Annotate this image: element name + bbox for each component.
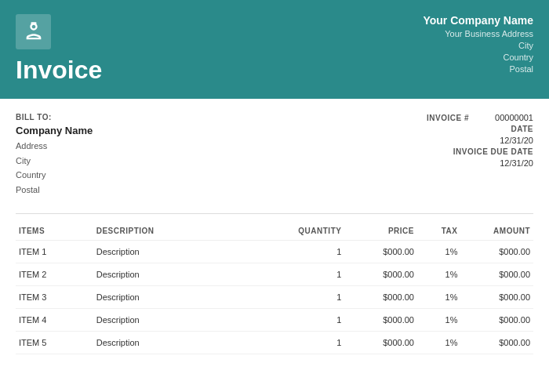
cell-amount-0: $000.00 (460, 240, 533, 263)
invoice-number-value: 00000001 (478, 113, 533, 122)
cell-amount-1: $000.00 (460, 263, 533, 285)
bill-to-label: BILL TO: (16, 113, 249, 122)
table-row: ITEM 3 Description 1 $000.00 1% $000.00 (16, 285, 533, 308)
items-table: ITEMS DESCRIPTION QUANTITY PRICE TAX AMO… (16, 222, 533, 354)
invoice-date-value: 12/31/20 (478, 136, 533, 145)
bill-section: BILL TO: Company Name Address City Count… (0, 99, 549, 205)
cell-tax-4: 1% (417, 331, 461, 354)
table-row: ITEM 4 Description 1 $000.00 1% $000.00 (16, 308, 533, 331)
invoice-date-label: DATE (511, 125, 533, 133)
cell-tax-1: 1% (417, 263, 461, 285)
invoice-due-date-label: INVOICE DUE DATE (453, 147, 533, 156)
col-header-price: PRICE (344, 222, 417, 241)
company-name: Your Company Name (263, 14, 533, 27)
col-header-description: DESCRIPTION (93, 222, 267, 241)
invoice-due-date-label-row: INVOICE DUE DATE (274, 147, 533, 156)
cell-price-0: $000.00 (344, 240, 417, 263)
bill-to-block: BILL TO: Company Name Address City Count… (16, 113, 249, 198)
header-right: Your Company Name Your Business Address … (247, 0, 549, 99)
cell-price-2: $000.00 (344, 285, 417, 308)
svg-rect-0 (31, 22, 36, 24)
invoice-due-date-value: 12/31/20 (478, 158, 533, 168)
table-row: ITEM 2 Description 1 $000.00 1% $000.00 (16, 263, 533, 285)
col-header-quantity: QUANTITY (267, 222, 345, 241)
invoice-date-label-row: DATE (274, 125, 533, 133)
col-header-tax: TAX (417, 222, 461, 241)
cell-price-3: $000.00 (344, 308, 417, 331)
cell-amount-2: $000.00 (460, 285, 533, 308)
invoice-date-row: 12/31/20 (274, 136, 533, 145)
cell-qty-4: 1 (267, 331, 345, 354)
bill-to-postal: Postal (16, 183, 249, 198)
col-header-amount: AMOUNT (460, 222, 533, 241)
cell-item-1: ITEM 2 (16, 263, 93, 285)
table-row: ITEM 5 Description 1 $000.00 1% $000.00 (16, 331, 533, 354)
invoice-title: Invoice (16, 56, 231, 85)
cell-qty-3: 1 (267, 308, 345, 331)
bill-to-company: Company Name (16, 125, 249, 136)
cell-price-4: $000.00 (344, 331, 417, 354)
cell-qty-2: 1 (267, 285, 345, 308)
cell-item-2: ITEM 3 (16, 285, 93, 308)
cell-qty-1: 1 (267, 263, 345, 285)
section-divider (16, 213, 533, 214)
cell-amount-4: $000.00 (460, 331, 533, 354)
invoice-header: Invoice Your Company Name Your Business … (0, 0, 549, 99)
cell-desc-4: Description (93, 331, 267, 354)
cell-item-3: ITEM 4 (16, 308, 93, 331)
bill-to-address: Address (16, 139, 249, 154)
cell-tax-3: 1% (417, 308, 461, 331)
cell-amount-3: $000.00 (460, 308, 533, 331)
invoice-due-date-row: 12/31/20 (274, 158, 533, 168)
company-postal: Postal (263, 64, 533, 74)
cell-item-4: ITEM 5 (16, 331, 93, 354)
cell-desc-1: Description (93, 263, 267, 285)
col-header-items: ITEMS (16, 222, 93, 241)
company-icon (16, 14, 51, 49)
cell-tax-2: 1% (417, 285, 461, 308)
company-country: Country (263, 53, 533, 62)
company-city: City (263, 41, 533, 50)
cell-desc-3: Description (93, 308, 267, 331)
cell-qty-0: 1 (267, 240, 345, 263)
bill-to-city: City (16, 154, 249, 169)
table-header-row: ITEMS DESCRIPTION QUANTITY PRICE TAX AMO… (16, 222, 533, 241)
bill-to-country: Country (16, 168, 249, 183)
table-row: ITEM 1 Description 1 $000.00 1% $000.00 (16, 240, 533, 263)
header-left: Invoice (0, 0, 247, 99)
cell-item-0: ITEM 1 (16, 240, 93, 263)
invoice-meta-block: INVOICE # 00000001 DATE 12/31/20 INVOICE… (274, 113, 533, 198)
cell-desc-2: Description (93, 285, 267, 308)
cell-price-1: $000.00 (344, 263, 417, 285)
invoice-number-row: INVOICE # 00000001 (274, 113, 533, 122)
invoice-page: Invoice Your Company Name Your Business … (0, 0, 549, 392)
cell-tax-0: 1% (417, 240, 461, 263)
cell-desc-0: Description (93, 240, 267, 263)
invoice-number-label: INVOICE # (427, 114, 469, 122)
company-business-address: Your Business Address (263, 29, 533, 38)
